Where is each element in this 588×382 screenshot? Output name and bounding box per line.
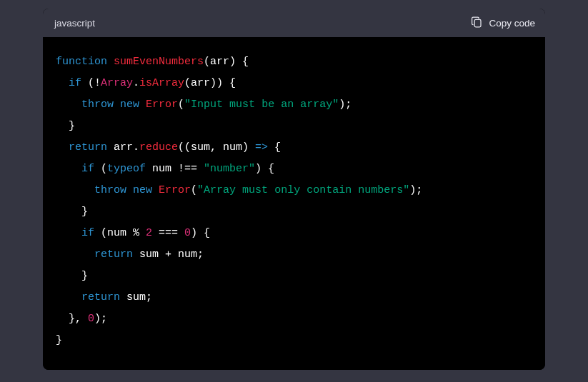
code-line: return sum; [56,287,532,308]
code-line: return sum + num; [56,244,532,266]
copy-code-label: Copy code [489,18,535,29]
code-block-header: javascript Copy code [43,9,545,37]
code-line: if (!Array.isArray(arr)) { [56,73,532,94]
code-line: } [56,116,532,137]
code-line: }, 0); [56,308,532,330]
code-line: throw new Error("Input must be an array"… [56,94,532,116]
code-line: function sumEvenNumbers(arr) { [56,51,532,73]
code-content: function sumEvenNumbers(arr) { if (!Arra… [43,37,545,370]
code-block: javascript Copy code function sumEvenNum… [43,9,545,370]
clipboard-icon [471,16,482,31]
code-line: } [56,266,532,287]
code-line: } [56,201,532,223]
code-line: throw new Error("Array must only contain… [56,180,532,201]
code-line: } [56,330,532,351]
language-label: javascript [53,18,95,29]
code-line: return arr.reduce((sum, num) => { [56,137,532,159]
code-line: if (typeof num !== "number") { [56,159,532,180]
code-line: if (num % 2 === 0) { [56,223,532,244]
copy-code-button[interactable]: Copy code [471,16,535,31]
svg-rect-0 [475,19,482,26]
